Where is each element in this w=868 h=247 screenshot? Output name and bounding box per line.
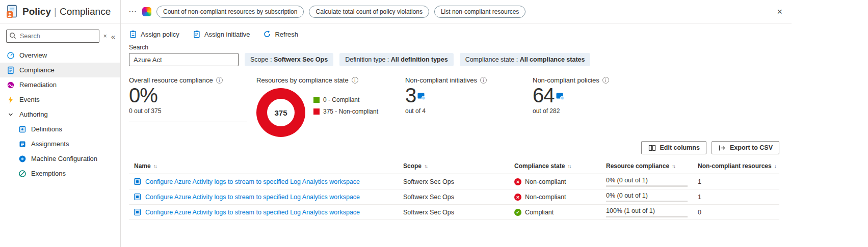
copilot-prompt-pill[interactable]: List non-compliant resources [434, 6, 525, 18]
scope-cell: Softwerx Sec Ops [403, 178, 514, 185]
scope-cell: Softwerx Sec Ops [403, 194, 514, 201]
column-header-resource-compliance[interactable]: Resource compliance [606, 162, 698, 170]
policy-definition-icon [134, 209, 141, 215]
sidebar-search-input[interactable] [6, 30, 99, 43]
policy-definition-icon [134, 194, 141, 200]
collapse-sidebar-icon[interactable]: « [111, 33, 115, 40]
assign-initiative-label: Assign initiative [204, 31, 250, 38]
info-icon[interactable] [602, 77, 609, 84]
scope-filter-pill[interactable]: Scope : Softwerx Sec Ops [245, 53, 333, 66]
copilot-icon[interactable] [142, 7, 151, 16]
policy-link[interactable]: Configure Azure Activity logs to stream … [145, 194, 360, 201]
sort-icon [672, 162, 675, 170]
policy-icon [6, 5, 18, 19]
search-icon [9, 32, 16, 39]
sidebar-item-compliance[interactable]: Compliance [0, 63, 120, 77]
compliance-stats: Overall resource compliance 0% 0 out of … [121, 66, 792, 137]
sidebar-search [6, 30, 99, 43]
main-content: ··· Count of non-compliant resources by … [121, 0, 792, 247]
sidebar-item-label: Definitions [31, 125, 62, 133]
assign-policy-button[interactable]: Assign policy [129, 30, 179, 38]
policies-subtitle: out of 282 [533, 107, 660, 115]
sidebar-item-remediation[interactable]: Remediation [0, 77, 120, 92]
non-compliant-count-cell: 1 [698, 194, 779, 201]
info-icon[interactable] [480, 77, 487, 84]
refresh-icon [263, 30, 271, 38]
column-header-scope[interactable]: Scope [403, 162, 514, 170]
sidebar-item-events[interactable]: Events [0, 92, 120, 107]
overall-compliance-value: 0% [129, 84, 256, 106]
table-row[interactable]: Configure Azure Activity logs to stream … [129, 205, 779, 220]
sidebar-item-definitions[interactable]: Definitions [0, 122, 120, 136]
sort-icon [424, 162, 427, 170]
info-icon[interactable] [216, 77, 223, 84]
edit-columns-button[interactable]: Edit columns [641, 141, 706, 154]
refresh-label: Refresh [275, 31, 298, 38]
clear-search-icon[interactable]: × [103, 33, 107, 39]
filter-pill-value: Softwerx Sec Ops [274, 56, 328, 63]
sidebar-item-assignments[interactable]: Assignments [0, 136, 120, 151]
search-label: Search [129, 44, 783, 51]
page-title-secondary: Compliance [60, 6, 111, 17]
overall-compliance-subtitle: 0 out of 375 [129, 107, 256, 115]
column-header-non-compliant-resources[interactable]: Non-compliant resources [698, 162, 779, 170]
stat-title: Overall resource compliance [129, 76, 213, 84]
compliance-state-filter-pill[interactable]: Compliance state : All compliance states [460, 53, 591, 66]
donut-legend: 0 - Compliant 375 - Non-compliant [313, 96, 378, 137]
sidebar-item-label: Events [19, 96, 40, 103]
table-row[interactable]: Configure Azure Activity logs to stream … [129, 174, 779, 189]
policy-link[interactable]: Configure Azure Activity logs to stream … [145, 178, 360, 185]
stat-title: Non-compliant initiatives [405, 76, 477, 84]
non-compliant-initiatives: Non-compliant initiatives 3 out of 4 [405, 76, 533, 137]
divider [129, 122, 247, 122]
more-options-button[interactable]: ··· [129, 8, 137, 15]
definition-type-filter-pill[interactable]: Definition type : All definition types [339, 53, 453, 66]
non-compliant-count-cell: 0 [698, 209, 779, 216]
overview-icon [7, 51, 15, 60]
export-icon [718, 144, 726, 152]
chevron-down-icon [7, 111, 15, 119]
column-header-compliance-state[interactable]: Compliance state [514, 162, 606, 170]
sidebar-item-label: Exemptions [31, 170, 66, 177]
sidebar-item-authoring[interactable]: Authoring [0, 107, 120, 122]
compliance-donut-chart: 375 [256, 88, 305, 137]
resource-compliance-cell: 0% (0 out of 1) [606, 177, 698, 187]
policies-value: 64 [533, 84, 555, 106]
filter-pill-label: Scope : [250, 56, 272, 63]
copilot-prompt-pill[interactable]: Calculate total count of policy violatio… [309, 6, 429, 18]
edit-columns-label: Edit columns [660, 144, 699, 151]
refresh-button[interactable]: Refresh [263, 30, 298, 38]
assign-initiative-button[interactable]: Assign initiative [193, 30, 250, 38]
non-compliant-icon [514, 178, 521, 185]
filter-bar: Search Scope : Softwerx Sec Ops Definiti… [121, 44, 792, 66]
compliance-state-cell: Compliant [514, 209, 606, 216]
sort-icon [567, 162, 570, 170]
resource-compliance-cell: 0% (0 out of 1) [606, 192, 698, 202]
sidebar-item-label: Compliance [19, 66, 55, 74]
sidebar-item-exemptions[interactable]: Exemptions [0, 166, 120, 181]
info-icon[interactable] [352, 77, 358, 84]
non-compliant-icon [514, 194, 521, 201]
table-row[interactable]: Configure Azure Activity logs to stream … [129, 189, 779, 205]
sidebar: Policy | Compliance × « [0, 0, 121, 247]
compliance-progress-bar [606, 185, 688, 187]
initiatives-value: 3 [405, 84, 416, 106]
assign-policy-icon [129, 30, 137, 38]
command-toolbar: Assign policy Assign initiative [121, 23, 792, 44]
stat-title: Resources by compliance state [256, 76, 349, 84]
column-header-name[interactable]: Name [129, 162, 403, 170]
copilot-prompt-pill[interactable]: Count of non-compliant resources by subs… [156, 6, 304, 18]
sidebar-header: Policy | Compliance [0, 0, 120, 23]
resource-compliance-cell: 100% (1 out of 1) [606, 207, 698, 217]
sidebar-item-machine-configuration[interactable]: Machine Configuration [0, 151, 120, 166]
policy-link[interactable]: Configure Azure Activity logs to stream … [145, 209, 360, 216]
columns-icon [648, 144, 656, 152]
close-icon[interactable]: × [777, 7, 782, 16]
non-compliant-count-cell: 1 [698, 178, 779, 185]
sidebar-item-overview[interactable]: Overview [0, 48, 120, 63]
page-title-separator: | [54, 6, 57, 17]
export-to-csv-button[interactable]: Export to CSV [712, 141, 779, 154]
legend-item-compliant: 0 - Compliant [313, 96, 378, 103]
non-compliant-policies: Non-compliant policies 64 out of 282 [533, 76, 660, 137]
policy-search-input[interactable] [129, 53, 239, 66]
